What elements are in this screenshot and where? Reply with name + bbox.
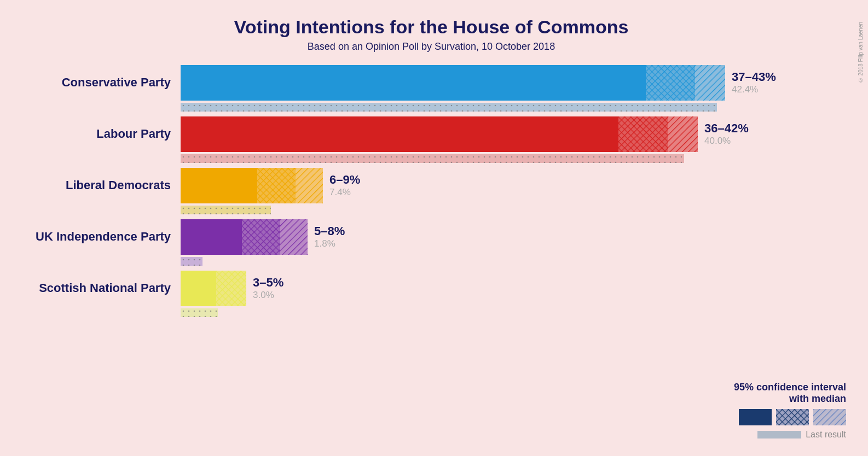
legend-hatch-diag-bar — [813, 409, 846, 425]
solid-bar-4 — [181, 271, 216, 306]
svg-rect-45 — [776, 409, 809, 425]
range-label-4: 3–5% — [253, 276, 283, 290]
last-result-row-0 — [22, 103, 852, 112]
range-label-2: 6–9% — [329, 173, 360, 187]
crosshatch-bar-0 — [646, 65, 695, 101]
last-result-row-4 — [22, 308, 852, 317]
row-group: Labour Party 36–42%40.0% — [22, 115, 852, 163]
range-label-block-3: 5–8%1.8% — [314, 224, 345, 249]
median-label-1: 40.0% — [704, 136, 749, 147]
row-group: Conservative Party 37–43%42.4% — [22, 63, 852, 112]
main-bar-row: Scottish National Party 3–5%3.0% — [22, 269, 852, 307]
legend-box: 95% confidence intervalwith median — [734, 382, 846, 440]
chart-subtitle: Based on an Opinion Poll by Survation, 1… — [11, 41, 852, 52]
row-group: Liberal Democrats 6–9%7.4% — [22, 166, 852, 214]
svg-rect-26 — [181, 206, 271, 214]
median-label-2: 7.4% — [329, 187, 360, 198]
last-result-row-3 — [22, 257, 852, 266]
median-label-4: 3.0% — [253, 290, 283, 301]
bars-4: 3–5%3.0% — [181, 271, 283, 306]
last-result-row-2 — [22, 206, 852, 214]
svg-rect-12 — [618, 116, 668, 152]
legend-hatch-cross-bar — [776, 409, 809, 425]
range-label-1: 36–42% — [704, 121, 749, 136]
diaghatch-bar-3 — [280, 219, 308, 255]
legend-last-result-bar — [757, 431, 801, 439]
range-label-block-2: 6–9%7.4% — [329, 173, 360, 198]
range-label-block-0: 37–43%42.4% — [732, 70, 776, 95]
party-label-1: Labour Party — [22, 127, 181, 141]
bars-3: 5–8%1.8% — [181, 219, 345, 255]
svg-rect-8 — [181, 103, 717, 112]
chart-container: Voting Intentions for the House of Commo… — [0, 0, 868, 456]
party-label-3: UK Independence Party — [22, 230, 181, 244]
svg-rect-35 — [181, 257, 202, 266]
svg-rect-33 — [280, 219, 308, 255]
svg-rect-39 — [216, 271, 246, 306]
dot-grid-3 — [181, 257, 202, 266]
row-group: Scottish National Party 3–5%3.0% — [22, 269, 852, 317]
svg-rect-30 — [242, 219, 280, 255]
median-label-3: 1.8% — [314, 238, 345, 249]
party-label-2: Liberal Democrats — [22, 178, 181, 192]
legend-last-result-label: Last result — [806, 430, 846, 440]
svg-rect-17 — [181, 154, 684, 163]
dot-grid-1 — [181, 154, 684, 163]
main-bar-row: Conservative Party 37–43%42.4% — [22, 63, 852, 102]
legend-items — [739, 409, 846, 425]
diaghatch-bar-1 — [668, 116, 698, 152]
dot-grid-2 — [181, 206, 271, 214]
party-label-4: Scottish National Party — [22, 281, 181, 295]
party-label-0: Conservative Party — [22, 75, 181, 90]
solid-bar-3 — [181, 219, 242, 255]
dot-grid-0 — [181, 103, 717, 112]
crosshatch-bar-2 — [257, 168, 296, 203]
watermark: © 2018 Filip van Laenen — [858, 22, 864, 83]
main-bar-row: Labour Party 36–42%40.0% — [22, 115, 852, 153]
svg-rect-48 — [813, 409, 846, 425]
svg-rect-24 — [296, 168, 323, 203]
solid-bar-2 — [181, 168, 257, 203]
legend-solid-bar — [739, 409, 772, 425]
chart-area: Conservative Party 37–43%42.4% Labour Pa… — [22, 63, 852, 320]
range-label-block-4: 3–5%3.0% — [253, 276, 283, 301]
svg-rect-41 — [181, 308, 218, 317]
svg-rect-6 — [695, 65, 725, 101]
diaghatch-bar-2 — [296, 168, 323, 203]
crosshatch-bar-1 — [618, 116, 668, 152]
main-bar-row: UK Independence Party 5–8%1.8% — [22, 218, 852, 256]
diaghatch-bar-0 — [695, 65, 725, 101]
dot-grid-4 — [181, 308, 218, 317]
legend-title: 95% confidence intervalwith median — [734, 382, 846, 405]
svg-rect-15 — [668, 116, 698, 152]
bars-1: 36–42%40.0% — [181, 116, 749, 152]
row-group: UK Independence Party 5–8%1.8% — [22, 218, 852, 266]
median-label-0: 42.4% — [732, 84, 776, 95]
range-label-0: 37–43% — [732, 70, 776, 84]
bars-2: 6–9%7.4% — [181, 168, 360, 203]
solid-bar-0 — [181, 65, 646, 101]
chart-title: Voting Intentions for the House of Commo… — [11, 16, 852, 38]
range-label-block-1: 36–42%40.0% — [704, 121, 749, 147]
crosshatch-bar-3 — [242, 219, 280, 255]
svg-rect-3 — [646, 65, 695, 101]
range-label-3: 5–8% — [314, 224, 345, 238]
bars-0: 37–43%42.4% — [181, 65, 776, 101]
solid-bar-1 — [181, 116, 618, 152]
main-bar-row: Liberal Democrats 6–9%7.4% — [22, 166, 852, 204]
last-result-row-1 — [22, 154, 852, 163]
svg-rect-21 — [257, 168, 296, 203]
crosshatch-bar-4 — [216, 271, 246, 306]
